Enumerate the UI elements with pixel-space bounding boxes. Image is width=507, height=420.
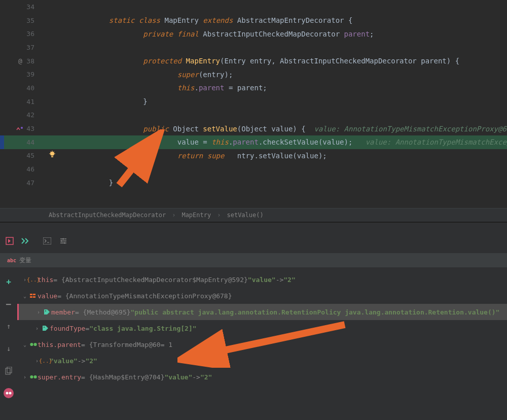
svg-rect-3 [43, 237, 51, 244]
settings-icon[interactable] [59, 236, 68, 246]
breadcrumb-item[interactable]: MapEntry [178, 212, 214, 219]
variable-string: "public abstract java.lang.annotation.Re… [131, 308, 500, 316]
variable-string: "2" [200, 373, 212, 381]
variable-row[interactable]: ›member = {Method@695} "public abstract … [17, 304, 507, 320]
arrow-text: -> [276, 276, 284, 284]
code-content[interactable] [41, 3, 507, 11]
code-content[interactable]: return supe ntry.setValue(value); [41, 152, 507, 160]
up-icon[interactable]: ↑ [7, 318, 11, 334]
variable-row[interactable]: ⌄this.parent = {TransformedMap@60 = 1 [17, 336, 507, 353]
code-content[interactable]: public Object setValue(Object value) { v… [41, 125, 507, 133]
minus-icon[interactable]: − [6, 296, 12, 312]
svg-rect-7 [6, 368, 10, 374]
variable-string: "value" [248, 276, 276, 284]
chevron-icon[interactable]: ⌄ [23, 342, 29, 347]
resume-icon[interactable] [5, 236, 14, 246]
line-number: 45 [0, 149, 41, 163]
avatar-icon[interactable] [4, 385, 14, 401]
variable-string: "value" [50, 357, 78, 365]
variable-row[interactable]: ›super.entry = {HashMap$Entry@704} "valu… [17, 369, 507, 385]
line-number: 42 [0, 109, 41, 122]
line-number: 39 [0, 67, 41, 81]
variable-row[interactable]: ›foundType = "class java.lang.String[2]" [17, 320, 507, 336]
code-line[interactable]: 42 [0, 109, 507, 122]
breadcrumb-item[interactable]: setValue() [224, 212, 266, 219]
code-line[interactable]: 43 public Object setValue(Object value) … [0, 122, 507, 135]
code-content[interactable]: } [41, 179, 507, 187]
line-number: 34 [0, 0, 41, 14]
variables-label: 变量 [19, 256, 31, 265]
variable-row[interactable]: ›{..}"value" -> "2" [17, 353, 507, 369]
line-number: 41 [0, 95, 41, 109]
variable-value: = {AbstractInputCheckedMapDecorator$MapE… [53, 276, 248, 284]
code-editor[interactable]: 34 35 static class MapEntry extends Abst… [0, 0, 507, 208]
arrow-text: -> [78, 357, 86, 365]
svg-point-20 [33, 375, 37, 378]
code-line[interactable]: 34 [0, 0, 507, 14]
code-line[interactable]: 40 this.parent = parent; [0, 81, 507, 95]
variable-value: = [85, 325, 89, 332]
code-line[interactable]: 37 [0, 41, 507, 54]
var-type-icon [43, 308, 51, 316]
code-content[interactable]: this.parent = parent; [41, 84, 507, 92]
variable-value: = {HashMap$Entry@704} [81, 373, 164, 381]
variable-name: member [51, 308, 75, 316]
line-number: 38@ [0, 54, 41, 68]
var-type-icon [29, 340, 38, 348]
code-content[interactable]: static class MapEntry extends AbstractMa… [41, 16, 507, 24]
svg-point-4 [63, 238, 64, 240]
chevron-icon[interactable]: › [23, 374, 29, 380]
code-content[interactable]: value = this.parent.checkSetValue(value)… [41, 138, 507, 146]
plus-icon[interactable]: + [6, 273, 11, 290]
svg-point-16 [44, 327, 45, 328]
line-number: 37 [0, 41, 41, 54]
variable-string: "2" [283, 276, 295, 284]
variable-value: = {AnnotationTypeMismatchExceptionProxy@… [57, 292, 232, 300]
code-content[interactable]: super(entry); [41, 71, 507, 79]
line-number: 43 [0, 122, 41, 135]
step-over-icon[interactable] [21, 236, 30, 246]
svg-rect-14 [33, 296, 35, 298]
var-type-icon: {..} [42, 357, 50, 365]
var-type-icon [29, 373, 38, 381]
side-controls: +−↑↓ [0, 271, 17, 420]
svg-point-18 [33, 343, 37, 346]
var-type-icon [29, 292, 38, 300]
copy-icon[interactable] [5, 363, 12, 379]
code-content[interactable]: protected MapEntry(Entry entry, Abstract… [41, 57, 507, 65]
svg-point-15 [45, 310, 46, 311]
code-line[interactable]: 36 private final AbstractInputCheckedMap… [0, 27, 507, 41]
code-content[interactable] [41, 111, 507, 119]
chevron-icon[interactable]: ⌄ [23, 293, 29, 299]
variable-row[interactable]: ⌄value = {AnnotationTypeMismatchExceptio… [17, 288, 507, 304]
svg-point-9 [6, 392, 9, 395]
code-line[interactable]: 41 } [0, 95, 507, 109]
svg-point-17 [30, 343, 33, 346]
chevron-icon[interactable]: › [37, 309, 43, 315]
variable-name: foundType [50, 325, 85, 332]
down-icon[interactable]: ↓ [7, 340, 11, 357]
code-content[interactable]: } [41, 97, 507, 106]
code-line[interactable]: 38@ protected MapEntry(Entry entry, Abst… [0, 54, 507, 68]
code-line[interactable]: 46 } [0, 162, 507, 176]
code-line[interactable]: 35 static class MapEntry extends Abstrac… [0, 14, 507, 27]
abc-icon: abc [7, 258, 16, 263]
line-number: 44 [0, 135, 41, 149]
variable-name: value [38, 292, 57, 300]
svg-rect-12 [33, 294, 35, 295]
breadcrumb-item[interactable]: AbstractInputCheckedMapDecorator [46, 212, 169, 219]
code-line[interactable]: 47 } [0, 176, 507, 190]
code-content[interactable] [41, 43, 507, 51]
code-line[interactable]: 45 return supe ntry.setValue(value); [0, 149, 507, 163]
code-line[interactable]: 44 value = this.parent.checkSetValue(val… [0, 135, 507, 149]
chevron-icon[interactable]: › [35, 326, 42, 331]
line-number: 36 [0, 27, 41, 41]
breadcrumb-separator: › [214, 212, 224, 219]
variables-tree[interactable]: +−↑↓ ›{..}this = {AbstractInputCheckedMa… [0, 267, 507, 420]
code-line[interactable]: 39 super(entry); [0, 67, 507, 81]
override-marker-icon: @ [18, 57, 22, 65]
code-content[interactable]: private final AbstractInputCheckedMapDec… [41, 30, 507, 38]
console-icon[interactable] [43, 236, 52, 246]
code-content[interactable]: } [41, 165, 507, 173]
variable-row[interactable]: ›{..}this = {AbstractInputCheckedMapDeco… [17, 271, 507, 288]
